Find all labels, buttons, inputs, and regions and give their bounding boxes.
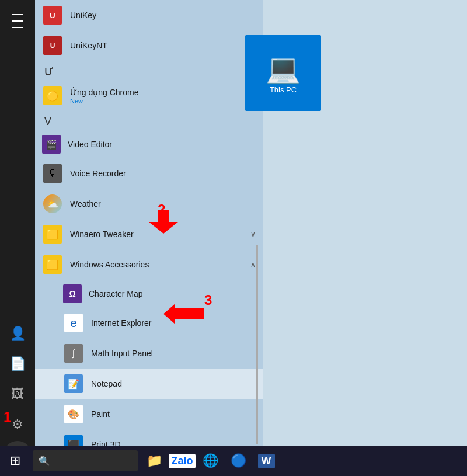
app-label: UniKey <box>70 11 256 20</box>
list-item[interactable]: 🎨 Paint <box>35 399 263 429</box>
math-input-panel-icon: ∫ <box>63 343 84 364</box>
start-menu: 👤 📄 🖼 ⚙ ⏻ U UniKey U UniKeyNT Ư 🟡 <box>0 0 467 476</box>
unikeyntx-icon: U <box>42 35 63 56</box>
notepad-icon: 📝 <box>63 373 84 394</box>
app-label: Internet Explorer <box>91 318 256 328</box>
list-item[interactable]: Ω Character Map <box>35 280 263 308</box>
app-list: U UniKey U UniKeyNT Ư 🟡 Ứng dụng Chrome … <box>35 0 263 476</box>
document-icon[interactable]: 📄 <box>4 350 32 378</box>
character-map-icon: Ω <box>63 284 82 303</box>
start-button[interactable]: ⊞ <box>0 446 30 476</box>
app-label: Notepad <box>91 379 256 388</box>
chevron-down-icon: ∨ <box>250 230 256 238</box>
list-item[interactable]: 🎬 Video Editor <box>35 130 263 158</box>
list-item[interactable]: 🎙 Voice Recorder <box>35 158 263 189</box>
settings-icon[interactable]: ⚙ <box>4 411 32 439</box>
chrome-app-icon: 🟡 <box>42 85 63 106</box>
hamburger-menu-icon[interactable] <box>4 7 32 35</box>
app-label: Weather <box>70 199 256 209</box>
unikey-icon: U <box>42 5 63 26</box>
voice-recorder-icon: 🎙 <box>42 163 63 184</box>
photos-icon[interactable]: 🖼 <box>4 380 32 408</box>
list-item[interactable]: 🟨 Winaero Tweaker ∨ <box>35 219 263 249</box>
chrome-taskbar[interactable]: 🔵 <box>224 447 252 475</box>
app-label: Math Input Panel <box>91 349 256 358</box>
app-label: Windows Accessories <box>70 260 248 269</box>
taskbar: ⊞ 🔍 📁 Zalo 🌐 🔵 W <box>0 446 467 476</box>
user-icon[interactable]: 👤 <box>4 319 32 348</box>
app-label: Paint <box>91 409 256 419</box>
windows-accessories-icon: 🟨 <box>42 254 63 275</box>
app-label: Ứng dụng Chrome <box>70 88 139 97</box>
winaero-tweaker-icon: 🟨 <box>42 224 63 245</box>
ie-icon: e <box>63 312 84 333</box>
list-item[interactable]: U UniKey <box>35 0 263 30</box>
zalo-taskbar[interactable]: Zalo <box>168 447 196 475</box>
sidebar: 👤 📄 🖼 ⚙ ⏻ <box>0 0 35 476</box>
app-label: UniKeyNT <box>70 41 256 50</box>
app-label: Voice Recorder <box>70 169 256 178</box>
new-badge: New <box>70 98 248 105</box>
list-item[interactable]: e Internet Explorer <box>35 308 263 338</box>
list-item[interactable]: 📝 Notepad <box>35 369 263 399</box>
list-item[interactable]: 🟡 Ứng dụng Chrome New ∨ <box>35 81 263 111</box>
word-taskbar[interactable]: W <box>252 447 280 475</box>
search-bar[interactable]: 🔍 <box>33 450 138 471</box>
paint-icon: 🎨 <box>63 404 84 425</box>
tiles-area: 💻 This PC <box>263 0 467 476</box>
list-item[interactable]: ⛅ Weather <box>35 189 263 219</box>
scroll-divider <box>256 245 258 444</box>
chevron-up-icon: ∧ <box>250 260 256 269</box>
this-pc-label: This PC <box>270 85 297 94</box>
file-explorer-taskbar[interactable]: 📁 <box>140 447 168 475</box>
edge-taskbar[interactable]: 🌐 <box>196 447 224 475</box>
weather-icon: ⛅ <box>42 193 63 214</box>
section-letter: V <box>35 111 263 130</box>
list-item[interactable]: ∫ Math Input Panel <box>35 338 263 369</box>
section-letter: Ư <box>35 61 263 81</box>
this-pc-tile[interactable]: 💻 This PC <box>245 35 321 111</box>
this-pc-icon: 💻 <box>266 53 301 85</box>
app-label: Winaero Tweaker <box>70 230 248 239</box>
app-label: Character Map <box>89 289 256 298</box>
list-item[interactable]: 🟨 Windows Accessories ∧ <box>35 249 263 280</box>
app-label: Video Editor <box>68 140 256 149</box>
list-item[interactable]: U UniKeyNT <box>35 30 263 61</box>
video-editor-icon: 🎬 <box>42 135 61 154</box>
